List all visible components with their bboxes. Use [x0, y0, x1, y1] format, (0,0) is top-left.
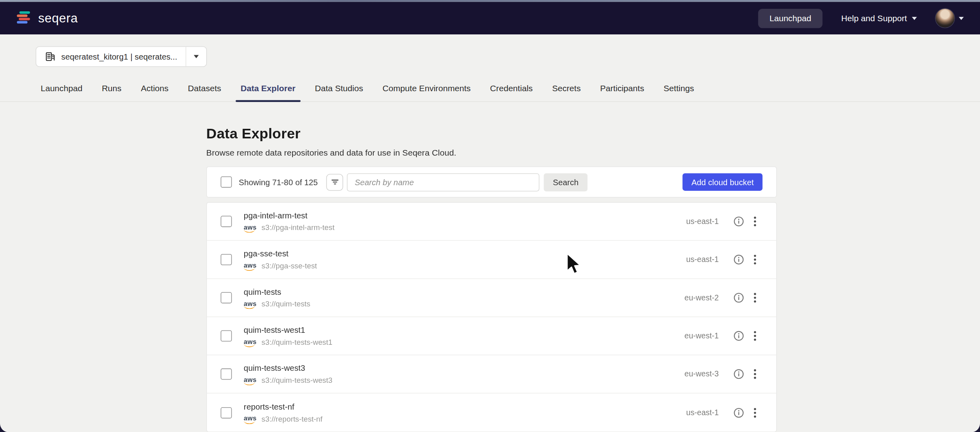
workspace-selector[interactable]: seqeratest_kitorg1 | seqerates... [36, 46, 207, 67]
row-actions: us-east-1 [674, 405, 763, 420]
info-icon [733, 292, 744, 303]
bucket-uri: s3://quim-tests [261, 300, 310, 308]
info-icon [733, 407, 744, 418]
row-menu-button[interactable] [747, 290, 763, 306]
tab-settings[interactable]: Settings [662, 79, 695, 101]
help-and-support-menu[interactable]: Help and Support [841, 14, 917, 23]
info-icon [733, 368, 744, 380]
row-checkbox[interactable] [221, 254, 232, 265]
kebab-menu-icon [754, 369, 756, 379]
workspace-tabs: Launchpad Runs Actions Datasets Data Exp… [0, 79, 980, 102]
row-menu-button[interactable] [747, 214, 763, 229]
aws-icon: aws [244, 415, 257, 423]
row-actions: eu-west-2 [674, 290, 763, 306]
row-actions: us-east-1 [674, 252, 763, 267]
bucket-info: quim-tests-west1 aws s3://quim-tests-wes… [244, 325, 333, 346]
bucket-name[interactable]: pga-sse-test [244, 249, 317, 258]
info-button[interactable] [731, 405, 747, 420]
row-menu-button[interactable] [747, 366, 763, 382]
organization-icon [45, 51, 56, 62]
bucket-name[interactable]: quim-tests-west1 [244, 325, 333, 334]
row-menu-button[interactable] [747, 328, 763, 344]
app-scale-wrapper: seqera Launchpad Help and Support [0, 0, 980, 432]
tab-datasets[interactable]: Datasets [187, 79, 223, 101]
workspace-name: seqeratest_kitorg1 | seqerates... [61, 52, 177, 61]
bucket-info: reports-test-nf aws s3://reports-test-nf [244, 402, 323, 423]
info-button[interactable] [731, 252, 747, 267]
kebab-menu-icon [754, 331, 756, 341]
launchpad-button[interactable]: Launchpad [758, 8, 823, 28]
row-menu-button[interactable] [747, 405, 763, 420]
tab-participants[interactable]: Participants [599, 79, 645, 101]
row-menu-button[interactable] [747, 252, 763, 267]
seqera-logo[interactable]: seqera [16, 11, 78, 26]
bucket-uri: s3://quim-tests-west3 [261, 376, 332, 385]
bucket-uri: s3://reports-test-nf [261, 414, 322, 423]
bucket-region: us-east-1 [674, 217, 719, 226]
filter-button[interactable] [327, 174, 343, 190]
bucket-info: quim-tests-west3 aws s3://quim-tests-wes… [244, 364, 333, 385]
bucket-info: pga-sse-test aws s3://pga-sse-test [244, 249, 317, 270]
info-button[interactable] [731, 290, 747, 306]
tab-data-studios[interactable]: Data Studios [314, 79, 365, 101]
bucket-uri-line: aws s3://quim-tests-west1 [244, 338, 333, 346]
bucket-region: eu-west-1 [674, 332, 719, 340]
page-subtitle: Browse remote data repositories and data… [206, 148, 777, 158]
chevron-down-icon [959, 16, 964, 20]
tab-actions[interactable]: Actions [139, 79, 170, 101]
bucket-name[interactable]: pga-intel-arm-test [244, 211, 335, 220]
top-navbar: seqera Launchpad Help and Support [0, 2, 980, 34]
tab-secrets[interactable]: Secrets [551, 79, 582, 101]
bucket-name[interactable]: quim-tests-west3 [244, 364, 333, 373]
kebab-menu-icon [754, 408, 756, 418]
row-checkbox[interactable] [221, 216, 232, 227]
row-checkbox[interactable] [221, 368, 232, 380]
aws-icon: aws [244, 338, 257, 346]
table-row: pga-sse-test aws s3://pga-sse-test us-ea… [207, 241, 777, 279]
table-row: pga-intel-arm-test aws s3://pga-intel-ar… [207, 203, 777, 241]
bucket-region: us-east-1 [674, 255, 719, 264]
tab-credentials[interactable]: Credentials [489, 79, 534, 101]
table-row: reports-test-nf aws s3://reports-test-nf… [207, 394, 777, 432]
select-all-checkbox[interactable] [221, 176, 232, 188]
bucket-name[interactable]: reports-test-nf [244, 402, 323, 411]
app-window: seqera Launchpad Help and Support [0, 0, 980, 432]
filter-lines-icon [331, 178, 339, 186]
info-button[interactable] [731, 214, 747, 229]
kebab-menu-icon [754, 293, 756, 303]
bucket-info: pga-intel-arm-test aws s3://pga-intel-ar… [244, 211, 335, 232]
bucket-uri-line: aws s3://quim-tests-west3 [244, 376, 333, 385]
tab-runs[interactable]: Runs [100, 79, 123, 101]
list-toolbar: Showing 71-80 of 125 Search Add cloud bu… [206, 166, 777, 198]
tab-launchpad[interactable]: Launchpad [40, 79, 84, 101]
chevron-down-icon [194, 55, 199, 58]
add-cloud-bucket-button[interactable]: Add cloud bucket [683, 173, 763, 191]
tab-compute-environments[interactable]: Compute Environments [381, 79, 472, 101]
row-checkbox[interactable] [221, 330, 232, 342]
row-checkbox[interactable] [221, 407, 232, 418]
info-button[interactable] [731, 366, 747, 382]
bucket-name[interactable]: quim-tests [244, 287, 311, 296]
help-and-support-label: Help and Support [841, 14, 907, 23]
avatar [936, 9, 954, 28]
search-input[interactable] [347, 173, 540, 191]
brand-name: seqera [38, 11, 78, 25]
bucket-uri-line: aws s3://quim-tests [244, 300, 311, 308]
aws-icon: aws [244, 300, 257, 308]
info-button[interactable] [731, 328, 747, 344]
bucket-region: eu-west-2 [674, 293, 719, 302]
workspace-selector-caret[interactable] [186, 47, 207, 66]
row-actions: eu-west-3 [674, 366, 763, 382]
tab-data-explorer[interactable]: Data Explorer [239, 79, 297, 101]
bucket-uri-line: aws s3://reports-test-nf [244, 414, 323, 423]
kebab-menu-icon [754, 216, 756, 226]
row-checkbox[interactable] [221, 292, 232, 303]
bucket-list: pga-intel-arm-test aws s3://pga-intel-ar… [206, 202, 777, 432]
navbar-right: Launchpad Help and Support [758, 8, 964, 28]
user-menu[interactable] [936, 9, 964, 28]
search-button[interactable]: Search [544, 173, 587, 191]
bucket-region: us-east-1 [674, 408, 719, 417]
seqera-logo-icon [16, 11, 32, 26]
aws-icon: aws [244, 262, 257, 270]
info-icon [733, 330, 744, 342]
